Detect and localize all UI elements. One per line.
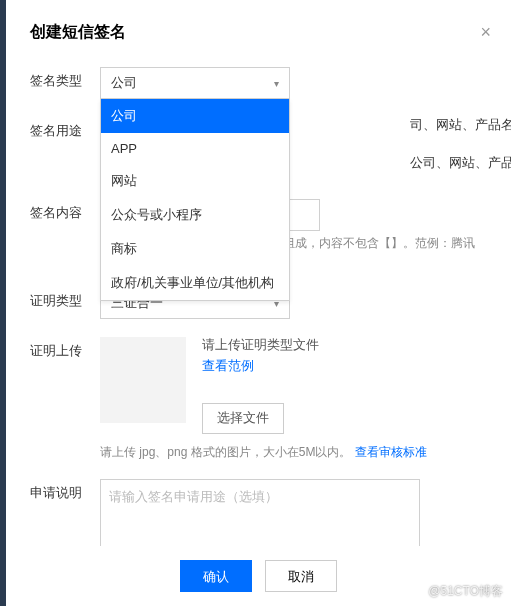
form: 签名类型 公司 ▾ 公司 APP 网站 公众号或小程序 商标 政府/机关事业单位… [30,67,487,572]
cancel-button[interactable]: 取消 [265,560,337,592]
choose-file-button[interactable]: 选择文件 [202,403,284,434]
dropdown-option[interactable]: 政府/机关事业单位/其他机构 [101,266,289,300]
select-signature-type-value: 公司 [111,74,137,92]
label-signature-content: 签名内容 [30,199,100,222]
dropdown-option[interactable]: 公众号或小程序 [101,198,289,232]
modal-title: 创建短信签名 [30,22,487,43]
close-icon[interactable]: × [480,22,491,43]
modal-footer: 确认 取消 [6,546,511,606]
label-apply-desc: 申请说明 [30,479,100,502]
label-spacer [30,155,100,161]
row-signature-type: 签名类型 公司 ▾ 公司 APP 网站 公众号或小程序 商标 政府/机关事业单位… [30,67,487,99]
field-cert-upload: 请上传证明类型文件 查看范例 选择文件 请上传 jpg、png 格式的图片，大小… [100,337,487,461]
label-cert-type: 证明类型 [30,287,100,310]
dropdown-option[interactable]: 公司 [101,99,289,133]
dropdown-option[interactable]: 网站 [101,164,289,198]
label-signature-use: 签名用途 [30,117,100,140]
signature-use-hint-2: 公司、网站、产品名等） [410,155,511,172]
signature-use-hint-1: 司、网站、产品名等） [410,117,511,134]
upload-thumbnail[interactable] [100,337,186,423]
label-signature-type: 签名类型 [30,67,100,90]
upload-tip-text: 请上传证明类型文件 [202,337,319,354]
upload-format-text: 请上传 jpg、png 格式的图片，大小在5M以内。 [100,445,351,459]
modal: 创建短信签名 × 签名类型 公司 ▾ 公司 APP 网站 公众号或小程序 商标 [6,0,511,572]
view-example-link[interactable]: 查看范例 [202,358,319,375]
view-standard-link[interactable]: 查看审核标准 [355,445,427,459]
caret-down-icon: ▾ [274,78,279,89]
field-signature-type: 公司 ▾ 公司 APP 网站 公众号或小程序 商标 政府/机关事业单位/其他机构 [100,67,487,99]
upload-area: 请上传证明类型文件 查看范例 选择文件 [100,337,487,434]
upload-format-tip: 请上传 jpg、png 格式的图片，大小在5M以内。 查看审核标准 [100,444,487,461]
select-signature-type[interactable]: 公司 ▾ [100,67,290,99]
dropdown-signature-type: 公司 APP 网站 公众号或小程序 商标 政府/机关事业单位/其他机构 [100,99,290,301]
dropdown-option[interactable]: APP [101,133,289,164]
label-cert-upload: 证明上传 [30,337,100,360]
upload-info: 请上传证明类型文件 查看范例 选择文件 [202,337,319,434]
modal-container: 创建短信签名 × 签名类型 公司 ▾ 公司 APP 网站 公众号或小程序 商标 [0,0,511,606]
dropdown-option[interactable]: 商标 [101,232,289,266]
row-cert-upload: 证明上传 请上传证明类型文件 查看范例 选择文件 请上传 jpg、png 格式的… [30,337,487,461]
confirm-button[interactable]: 确认 [180,560,252,592]
